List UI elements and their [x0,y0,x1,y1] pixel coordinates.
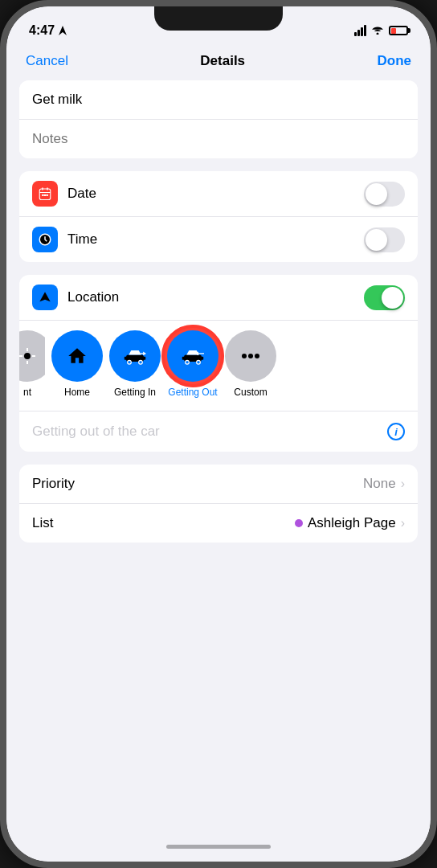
svg-rect-6 [44,194,46,196]
svg-marker-0 [59,26,67,35]
nav-bar: Cancel Details Done [6,47,431,80]
location-toggle[interactable] [364,285,405,310]
time-icon [32,227,58,252]
custom-label: Custom [234,387,267,398]
date-toggle[interactable] [364,182,405,207]
svg-point-31 [255,354,259,358]
description-text: Getting out of the car [32,424,160,440]
notch [154,6,283,31]
time-row: Time [19,217,418,262]
list-value-row: Ashleigh Page › [295,515,405,531]
location-card: Location [19,275,418,452]
location-option-getting-in[interactable]: Getting In [109,330,161,398]
cancel-button[interactable]: Cancel [26,53,68,69]
list-dot [295,519,303,527]
svg-point-16 [128,360,132,364]
svg-rect-18 [125,357,128,360]
priority-label: Priority [32,476,363,492]
date-icon [32,181,58,207]
location-option-home[interactable]: Home [51,330,103,398]
priority-list-card: Priority None › List Ashleigh Page › [19,465,418,542]
phone-frame: 4:47 [0,0,437,868]
svg-rect-26 [200,357,203,360]
task-card [19,80,418,158]
location-option-getting-out[interactable]: Getting Out [167,330,218,398]
location-option-current[interactable]: nt [19,330,45,398]
location-icon [32,285,58,310]
list-value: Ashleigh Page [308,515,396,531]
location-row: Location [19,275,418,321]
custom-icon-circle [225,330,276,382]
priority-value-row: None › [363,476,405,492]
location-option-custom[interactable]: Custom [225,330,276,398]
svg-rect-5 [42,194,43,196]
current-label: nt [23,387,31,398]
current-icon-circle [19,330,45,382]
svg-marker-20 [143,352,146,356]
svg-point-17 [139,360,143,364]
svg-rect-19 [142,357,145,360]
svg-rect-25 [182,357,186,360]
list-label: List [32,515,295,531]
svg-marker-9 [39,292,50,301]
svg-point-29 [242,354,247,358]
svg-point-10 [24,353,31,359]
svg-point-23 [186,360,190,364]
location-options: nt Home [19,321,418,411]
content-area: Date Time [6,80,431,555]
home-icon-circle [51,330,103,382]
done-button[interactable]: Done [377,53,411,69]
getting-out-icon-circle [167,330,218,382]
svg-point-30 [248,354,253,358]
task-title-input[interactable] [19,80,418,120]
info-button[interactable]: i [387,423,405,440]
getting-out-label: Getting Out [168,387,217,398]
priority-chevron: › [401,477,405,491]
home-bar [166,845,271,849]
battery-icon [389,26,408,35]
time-display: 4:47 [29,23,55,38]
wifi-icon [371,23,384,38]
getting-in-icon-circle [109,330,161,382]
svg-point-24 [197,360,201,364]
date-time-card: Date Time [19,171,418,262]
description-divider: Getting out of the car i [19,411,418,452]
getting-in-label: Getting In [114,387,156,398]
location-label: Location [67,289,364,305]
status-icons [354,23,408,38]
date-label: Date [67,186,364,202]
status-time: 4:47 [29,23,67,38]
signal-icon [354,25,366,36]
time-toggle[interactable] [364,227,405,252]
priority-value: None [363,476,396,492]
description-row: Getting out of the car i [19,411,418,452]
phone-inner: 4:47 [6,6,431,862]
time-label: Time [67,231,364,248]
list-chevron: › [401,516,405,530]
svg-rect-7 [47,194,48,196]
page-title: Details [200,53,245,69]
priority-row[interactable]: Priority None › [19,465,418,504]
list-row[interactable]: List Ashleigh Page › [19,504,418,542]
home-label: Home [64,387,90,398]
date-row: Date [19,171,418,217]
notes-input[interactable] [19,120,418,158]
